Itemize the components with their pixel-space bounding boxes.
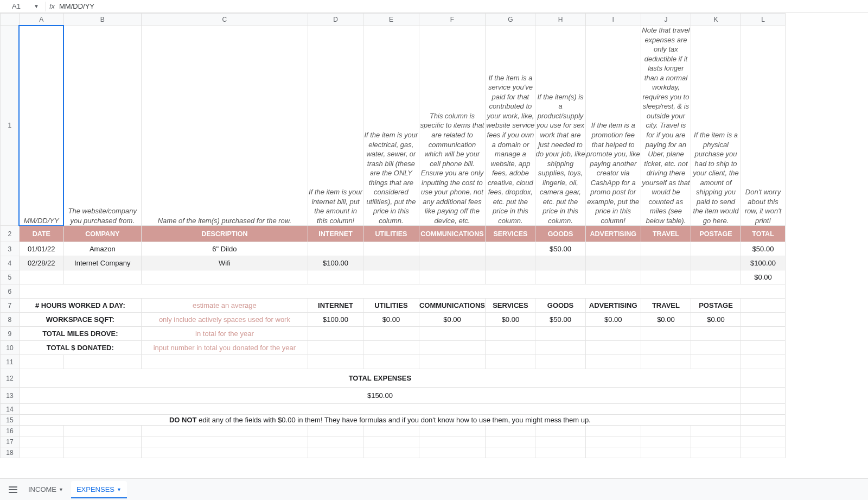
cell-H17[interactable] [535,436,585,447]
cell-I18[interactable] [585,447,641,458]
cell-D5[interactable] [308,270,363,284]
row-header-7[interactable]: 7 [1,299,20,313]
cell-H4[interactable] [535,256,585,270]
cell-B4[interactable]: Internet Company [63,256,141,270]
col-header-A[interactable]: A [19,14,63,26]
formula-input[interactable] [58,2,866,11]
cell-L14[interactable] [741,404,786,415]
cell-A3[interactable]: 01/01/22 [19,242,63,256]
row-header-9[interactable]: 9 [1,327,20,341]
cell-F4[interactable] [419,256,486,270]
label-sqft[interactable]: WORKSPACE SQFT: [19,313,141,327]
tab-expenses[interactable]: EXPENSES ▼ [71,481,127,498]
cell-E10[interactable] [363,341,419,355]
subtotal-travel[interactable]: $0.00 [641,313,691,327]
cell-I4[interactable] [585,256,641,270]
cell-A11[interactable] [19,355,63,369]
cell-J9[interactable] [641,327,691,341]
col-header-J[interactable]: J [641,14,691,26]
hint-donated[interactable]: input number in total you donated for th… [141,341,308,355]
cell-B18[interactable] [63,447,141,458]
cell-A4[interactable]: 02/28/22 [19,256,63,270]
cell-C18[interactable] [141,447,308,458]
cell-F18[interactable] [419,447,486,458]
cell-K9[interactable] [691,327,741,341]
col-header-I[interactable]: I [585,14,641,26]
cell-L5[interactable]: $0.00 [741,270,786,284]
cell-F5[interactable] [419,270,486,284]
cell-I16[interactable] [585,426,641,436]
cell-A17[interactable] [19,436,63,447]
header-date[interactable]: DATE [19,226,63,242]
header-goods[interactable]: GOODS [535,226,585,242]
hint-hours[interactable]: estimate an average [141,299,308,313]
col-header-E[interactable]: E [363,14,419,26]
cell-G9[interactable] [486,327,535,341]
cell-F1[interactable]: This column is specific to items that ar… [419,26,486,226]
col-header-B[interactable]: B [63,14,141,26]
cell-H3[interactable]: $50.00 [535,242,585,256]
row-header-16[interactable]: 16 [1,426,20,436]
subtotal-advertising[interactable]: $0.00 [585,313,641,327]
col-header-H[interactable]: H [535,14,585,26]
subhead-advertising[interactable]: ADVERTISING [585,299,641,313]
total-expenses-title[interactable]: TOTAL EXPENSES [19,369,741,388]
cell-F11[interactable] [419,355,486,369]
row-header-12[interactable]: 12 [1,369,20,388]
cell-J1[interactable]: Note that travel expenses are only tax d… [641,26,691,226]
cell-K18[interactable] [691,447,741,458]
cell-G5[interactable] [486,270,535,284]
cell-H1[interactable]: If the item(s) is a product/supply you u… [535,26,585,226]
cell-G3[interactable] [486,242,535,256]
cell-B5[interactable] [63,270,141,284]
row-header-5[interactable]: 5 [1,270,20,284]
cell-F16[interactable] [419,426,486,436]
header-description[interactable]: DESCRIPTION [141,226,308,242]
cell-J3[interactable] [641,242,691,256]
cell-G16[interactable] [486,426,535,436]
cell-D10[interactable] [308,341,363,355]
cell-L16[interactable] [741,426,786,436]
header-travel[interactable]: TRAVEL [641,226,691,242]
cell-L15[interactable] [741,415,786,426]
row-header-1[interactable]: 1 [1,26,20,226]
cell-C11[interactable] [141,355,308,369]
cell-A5[interactable] [19,270,63,284]
row-header-8[interactable]: 8 [1,313,20,327]
subhead-goods[interactable]: GOODS [535,299,585,313]
cell-G10[interactable] [486,341,535,355]
cell-K5[interactable] [691,270,741,284]
cell-B11[interactable] [63,355,141,369]
label-donated[interactable]: TOTAL $ DONATED: [19,341,141,355]
cell-J5[interactable] [641,270,691,284]
cell-K1[interactable]: If the item is a physical purchase you h… [691,26,741,226]
cell-G17[interactable] [486,436,535,447]
cell-K4[interactable] [691,256,741,270]
row-header-6[interactable]: 6 [1,284,20,299]
cell-A14[interactable] [19,404,741,415]
cell-E5[interactable] [363,270,419,284]
cell-C5[interactable] [141,270,308,284]
header-communications[interactable]: COMMUNICATIONS [419,226,486,242]
row-header-4[interactable]: 4 [1,256,20,270]
cell-B17[interactable] [63,436,141,447]
cell-C4[interactable]: Wifi [141,256,308,270]
cell-A16[interactable] [19,426,63,436]
cell-C17[interactable] [141,436,308,447]
cell-C16[interactable] [141,426,308,436]
col-header-L[interactable]: L [741,14,786,26]
cell-L3[interactable]: $50.00 [741,242,786,256]
cell-D18[interactable] [308,447,363,458]
cell-J10[interactable] [641,341,691,355]
cell-D9[interactable] [308,327,363,341]
cell-J17[interactable] [641,436,691,447]
subhead-services[interactable]: SERVICES [486,299,535,313]
subhead-travel[interactable]: TRAVEL [641,299,691,313]
cell-K17[interactable] [691,436,741,447]
cell-A18[interactable] [19,447,63,458]
cell-B1[interactable]: The website/company you purchased from. [63,26,141,226]
cell-L1[interactable]: Don't worry about this row, it won't pri… [741,26,786,226]
cell-E4[interactable] [363,256,419,270]
col-header-K[interactable]: K [691,14,741,26]
col-header-D[interactable]: D [308,14,363,26]
